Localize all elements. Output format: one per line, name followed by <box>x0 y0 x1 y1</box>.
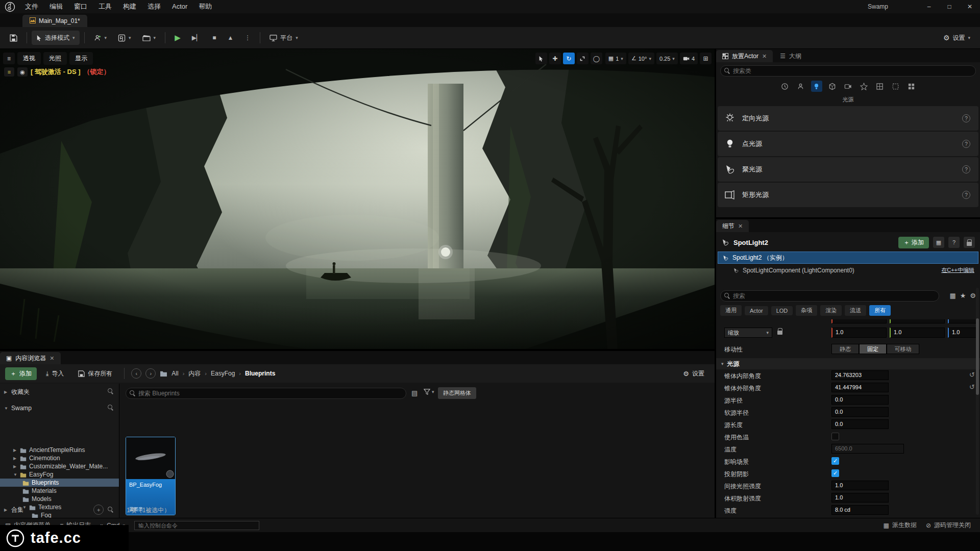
minimize-button[interactable]: – <box>919 0 939 13</box>
platform-dropdown[interactable]: 平台 ▾ <box>265 31 303 45</box>
inner-cone-input[interactable]: 24.763203 <box>831 370 889 380</box>
cinematics-dropdown[interactable]: ▾ <box>138 31 161 45</box>
close-button[interactable]: ✕ <box>960 0 980 13</box>
blueprints-dropdown[interactable]: ▾ <box>113 31 136 45</box>
tree-item-customizable-water[interactable]: ▶ Customizable_Water_Mate... <box>0 462 119 470</box>
world-space-icon[interactable]: ◯ <box>591 53 602 64</box>
mobility-movable[interactable]: 可移动 <box>887 344 919 354</box>
source-length-input[interactable]: 0.0 <box>831 419 889 429</box>
project-root-row[interactable]: ▼ Swamp <box>0 402 119 414</box>
tab-content-browser[interactable]: ▣ 内容浏览器 ✕ <box>0 352 61 364</box>
visual-effects-category-icon[interactable] <box>859 81 870 92</box>
intensity-input[interactable]: 8.0 cd <box>831 505 889 515</box>
affects-world-checkbox[interactable]: ✓ <box>831 457 839 465</box>
mobility-stationary[interactable]: 固定 <box>859 344 887 354</box>
help-icon[interactable]: ? <box>962 165 970 173</box>
place-directional-light-row[interactable]: 定向光源 ? <box>718 106 978 131</box>
details-search[interactable] <box>720 290 939 302</box>
scale-snap-control[interactable]: 0.25 ▾ <box>656 53 678 64</box>
spotlight-instance-row[interactable]: SpotLight2 （实例） <box>718 252 978 264</box>
cast-shadows-checkbox[interactable]: ✓ <box>831 469 839 477</box>
search-icon[interactable] <box>108 507 114 513</box>
menu-window[interactable]: 窗口 <box>68 0 93 13</box>
light-section-header[interactable]: ▾ 光源 <box>716 358 980 369</box>
source-control-button[interactable]: ⊘ 源码管理关闭 <box>926 521 971 530</box>
outer-cone-input[interactable]: 41.447994 <box>831 383 889 392</box>
maximize-viewport-icon[interactable]: ⊞ <box>700 53 712 64</box>
show-button[interactable]: 显示 <box>69 52 93 65</box>
save-button[interactable] <box>5 31 22 45</box>
soft-source-radius-input[interactable]: 0.0 <box>831 407 889 417</box>
favorites-row[interactable]: ▶ 收藏夹 <box>0 386 119 398</box>
tree-item-ancienttempleruins[interactable]: ▶ AncientTempleRuins <box>0 446 119 454</box>
close-tab-icon[interactable]: ✕ <box>50 355 54 362</box>
static-mesh-filter-chip[interactable]: 静态网格体 <box>438 387 476 399</box>
search-icon[interactable] <box>108 405 114 411</box>
add-component-button[interactable]: ＋ 添加 <box>898 237 929 248</box>
collections-row[interactable]: ▶ 合集 ＋ <box>0 504 119 516</box>
angle-snap-control[interactable]: ∠ 10° ▾ <box>628 53 654 64</box>
asset-search[interactable] <box>126 388 406 399</box>
tree-item-blueprints[interactable]: Blueprints <box>0 479 119 487</box>
source-radius-input[interactable]: 0.0 <box>831 395 889 405</box>
place-spot-light-row[interactable]: 聚光源 ? <box>718 157 978 182</box>
tree-item-cinemotion[interactable]: ▶ Cinemotion <box>0 454 119 462</box>
place-point-light-row[interactable]: 点光源 ? <box>718 132 978 156</box>
move-tool-icon[interactable]: ✚ <box>549 53 561 64</box>
asset-bp-easyfog[interactable]: BP_EasyFog 蓝图类 <box>126 437 176 515</box>
filter-all[interactable]: 所有 <box>869 305 891 316</box>
breadcrumb-root[interactable]: All <box>172 370 178 377</box>
filter-rendering[interactable]: 渲染 <box>820 305 842 316</box>
details-scrollbar[interactable] <box>976 288 979 515</box>
scale-mode-dropdown[interactable]: 缩放 ▾ <box>724 328 772 338</box>
save-search-icon[interactable]: ▤ <box>411 389 418 397</box>
unreal-logo-icon[interactable] <box>0 2 19 12</box>
spotlight-component-row[interactable]: SpotLightComponent (LightComponent0) 在C+… <box>718 264 978 276</box>
maximize-button[interactable]: □ <box>939 0 960 13</box>
filter-actor[interactable]: Actor <box>745 306 768 315</box>
geometry-category-icon[interactable] <box>874 81 886 92</box>
component-browser-icon[interactable]: ▦ <box>933 237 944 248</box>
tab-details[interactable]: 细节 ✕ <box>716 220 749 232</box>
menu-file[interactable]: 文件 <box>19 0 44 13</box>
mobility-static[interactable]: 静态 <box>831 344 859 354</box>
breadcrumb-content[interactable]: 内容 <box>188 369 201 378</box>
perspective-button[interactable]: 透视 <box>17 52 41 65</box>
place-rect-light-row[interactable]: 矩形光源 ? <box>718 183 978 207</box>
frame-skip-button[interactable]: ▶▏ <box>187 31 206 45</box>
volumetric-scattering-input[interactable]: 1.0 <box>831 493 889 503</box>
console-command-input[interactable] <box>134 521 259 530</box>
tree-item-materials[interactable]: Materials <box>0 487 119 495</box>
lock-icon[interactable] <box>964 237 975 248</box>
menu-tools[interactable]: 工具 <box>93 0 117 13</box>
cb-settings-button[interactable]: ⚙ 设置 <box>678 367 709 380</box>
select-mode-dropdown[interactable]: 选择模式 ▾ <box>32 31 80 45</box>
menu-select[interactable]: 选择 <box>142 0 166 13</box>
level-viewport[interactable]: ≡ 透视 光照 显示 ✚ ↻ ◯ ▦ 1 ▾ ∠ <box>0 49 715 349</box>
reset-to-default-icon[interactable]: ↺ <box>969 371 975 379</box>
details-settings-gear-icon[interactable]: ⚙ <box>970 292 976 299</box>
camera-speed-control[interactable]: 4 <box>680 53 698 64</box>
forward-button[interactable]: › <box>145 368 156 379</box>
basic-category-icon[interactable] <box>795 81 806 92</box>
pilot-icon[interactable]: ≡ <box>4 67 14 77</box>
reset-to-default-icon[interactable]: ↺ <box>969 383 975 391</box>
scale-tool-icon[interactable] <box>577 53 589 64</box>
tree-item-models[interactable]: Models <box>0 495 119 503</box>
rotate-tool-icon[interactable]: ↻ <box>563 53 575 64</box>
tree-item-easyfog[interactable]: ▼ EasyFog <box>0 470 119 479</box>
menu-edit[interactable]: 编辑 <box>44 0 68 13</box>
help-icon[interactable]: ? <box>962 191 970 199</box>
eject-button[interactable]: ▲ <box>223 31 238 45</box>
settings-dropdown[interactable]: ⚙ 设置 ▾ <box>939 31 975 45</box>
lights-category-icon[interactable] <box>811 81 822 92</box>
help-icon[interactable]: ? <box>962 140 970 148</box>
grid-snap-control[interactable]: ▦ 1 ▾ <box>605 53 626 64</box>
asset-search-input[interactable] <box>126 388 406 399</box>
indirect-intensity-input[interactable]: 1.0 <box>831 481 889 490</box>
back-button[interactable]: ‹ <box>131 368 141 379</box>
filter-lod[interactable]: LOD <box>771 306 793 315</box>
add-collection-icon[interactable]: ＋ <box>93 505 104 515</box>
search-icon[interactable] <box>108 388 114 394</box>
cb-import-button[interactable]: ⤓ 导入 <box>41 367 69 380</box>
